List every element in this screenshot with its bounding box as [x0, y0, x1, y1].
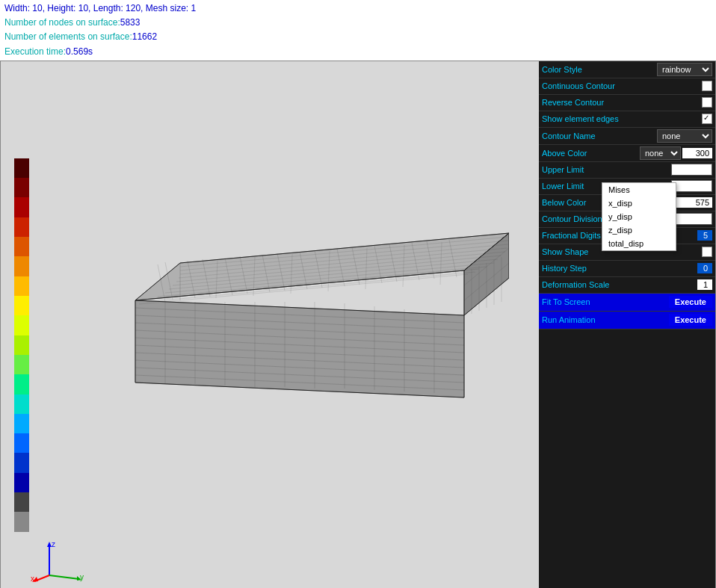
above-color-row: Above Color none 300	[539, 145, 715, 162]
legend-segment	[14, 217, 29, 237]
legend-segment	[14, 197, 29, 217]
lower-limit-input[interactable]	[671, 180, 712, 192]
reverse-contour-checkbox[interactable]	[702, 97, 712, 108]
info-line-1: Width: 10, Height: 10, Length: 120, Mesh…	[4, 1, 712, 16]
continuous-contour-checkbox[interactable]	[702, 81, 712, 91]
x-axis-label: x	[31, 575, 34, 583]
show-element-edges-checkbox[interactable]	[702, 114, 712, 124]
history-step-value: 0	[697, 263, 712, 273]
run-animation-row: Run Animation Execute	[539, 312, 715, 329]
legend-segment	[14, 374, 29, 394]
upper-limit-input[interactable]	[671, 164, 712, 176]
deformation-scale-value: 1	[697, 279, 712, 290]
legend-segment	[14, 256, 29, 276]
fit-to-screen-button[interactable]: Execute	[669, 296, 712, 308]
reverse-contour-row: Reverse Contour	[539, 95, 715, 111]
fractional-digits-value: 5	[697, 230, 712, 241]
z-axis-label: z	[52, 540, 55, 548]
info-line-2: Number of nodes on surface:5833	[4, 16, 712, 30]
upper-limit-label: Upper Limit	[542, 165, 671, 174]
viewport: z x y	[1, 61, 539, 588]
above-color-value: 300	[682, 148, 712, 158]
main-layout: z x y Color Style rainbow grayscale heat	[0, 61, 716, 588]
dropdown-item-x-disp[interactable]: x_disp	[602, 196, 676, 210]
y-axis-label: y	[80, 573, 84, 581]
info-bar: Width: 10, Height: 10, Length: 120, Mesh…	[0, 0, 716, 61]
axes-svg: z x y	[31, 538, 90, 583]
legend-segment	[14, 335, 29, 355]
history-step-row: History Step 0	[539, 261, 715, 277]
dropdown-item-mises[interactable]: Mises	[602, 183, 676, 196]
dropdown-item-z-disp[interactable]: z_disp	[602, 223, 676, 237]
legend-segment	[14, 512, 29, 531]
info-line-4: Execution time:0.569s	[4, 45, 712, 59]
contour-divisions-input[interactable]	[671, 213, 712, 225]
legend-segment	[14, 492, 29, 512]
legend-segment	[14, 414, 29, 433]
legend-segment	[14, 237, 29, 256]
show-element-edges-label: Show element edges	[542, 114, 702, 123]
above-color-label: Above Color	[542, 149, 640, 158]
legend-segment	[14, 158, 29, 178]
color-style-row: Color Style rainbow grayscale heat	[539, 61, 715, 78]
contour-name-row: Contour Name none Mises x_disp y_disp z_…	[539, 128, 715, 145]
legend-segment	[14, 394, 29, 414]
fit-to-screen-label: Fit To Screen	[542, 297, 669, 306]
dropdown-item-y-disp[interactable]: y_disp	[602, 210, 676, 223]
deformation-scale-row: Deformation Scale 1	[539, 277, 715, 294]
dropdown-item-total-disp[interactable]: total_disp	[602, 237, 676, 250]
fit-to-screen-row: Fit To Screen Execute	[539, 294, 715, 312]
continuous-contour-label: Continuous Contour	[542, 81, 702, 90]
show-shape-checkbox[interactable]	[702, 247, 712, 257]
legend-segment	[14, 178, 29, 197]
deformation-scale-label: Deformation Scale	[542, 280, 697, 289]
color-style-label: Color Style	[542, 65, 657, 74]
info-line-3: Number of elements on surface:11662	[4, 30, 712, 44]
contour-name-select[interactable]: none Mises x_disp y_disp z_disp total_di…	[657, 129, 712, 143]
show-element-edges-row: Show element edges	[539, 111, 715, 128]
history-step-label: History Step	[542, 264, 697, 273]
reverse-contour-label: Reverse Contour	[542, 98, 702, 107]
below-color-value: 575	[675, 197, 712, 208]
continuous-contour-row: Continuous Contour	[539, 78, 715, 95]
color-legend	[14, 158, 29, 532]
svg-line-79	[49, 575, 79, 579]
legend-segment	[14, 296, 29, 315]
mesh-svg	[46, 136, 509, 495]
axes-indicator: z x y	[31, 538, 90, 583]
right-panel: Color Style rainbow grayscale heat Conti…	[539, 61, 715, 588]
upper-limit-row: Upper Limit	[539, 162, 715, 179]
color-style-select[interactable]: rainbow grayscale heat	[657, 63, 712, 76]
contour-name-label: Contour Name	[542, 131, 657, 140]
legend-segment	[14, 453, 29, 472]
run-animation-button[interactable]: Execute	[669, 314, 712, 326]
run-animation-label: Run Animation	[542, 315, 669, 324]
contour-dropdown: Mises x_disp y_disp z_disp total_disp	[602, 182, 676, 251]
svg-marker-2	[135, 300, 464, 397]
legend-segment	[14, 276, 29, 296]
mesh-object	[46, 136, 509, 495]
legend-segment	[14, 355, 29, 374]
legend-segment	[14, 433, 29, 453]
legend-segment	[14, 315, 29, 335]
legend-segment	[14, 473, 29, 492]
above-color-select[interactable]: none	[640, 146, 681, 160]
